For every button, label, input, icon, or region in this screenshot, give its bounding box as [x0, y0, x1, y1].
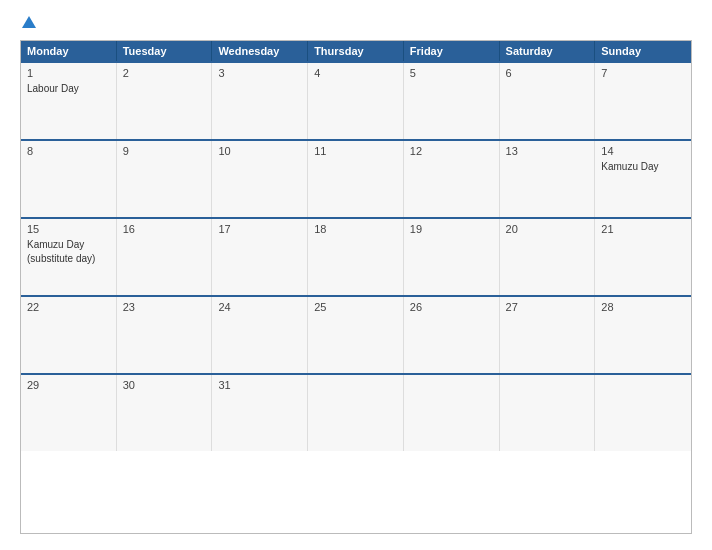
calendar-cell: 11: [308, 141, 404, 217]
col-wednesday: Wednesday: [212, 41, 308, 61]
day-number: 26: [410, 301, 493, 313]
day-number: 20: [506, 223, 589, 235]
day-number: 31: [218, 379, 301, 391]
calendar-week-2: 891011121314Kamuzu Day: [21, 139, 691, 217]
calendar-cell: 25: [308, 297, 404, 373]
col-friday: Friday: [404, 41, 500, 61]
day-number: 3: [218, 67, 301, 79]
col-saturday: Saturday: [500, 41, 596, 61]
calendar-cell: 10: [212, 141, 308, 217]
day-number: 15: [27, 223, 110, 235]
calendar-cell: 5: [404, 63, 500, 139]
day-number: 30: [123, 379, 206, 391]
calendar-cell: 7: [595, 63, 691, 139]
calendar-cell: [308, 375, 404, 451]
day-number: 9: [123, 145, 206, 157]
calendar-cell: 30: [117, 375, 213, 451]
calendar-cell: 23: [117, 297, 213, 373]
day-number: 27: [506, 301, 589, 313]
day-number: 22: [27, 301, 110, 313]
day-number: 16: [123, 223, 206, 235]
calendar-cell: 27: [500, 297, 596, 373]
col-sunday: Sunday: [595, 41, 691, 61]
calendar-cell: 9: [117, 141, 213, 217]
day-number: 7: [601, 67, 685, 79]
calendar-week-3: 15Kamuzu Day (substitute day)16171819202…: [21, 217, 691, 295]
calendar-cell: 3: [212, 63, 308, 139]
calendar-cell: 22: [21, 297, 117, 373]
calendar-cell: [404, 375, 500, 451]
calendar-cell: 26: [404, 297, 500, 373]
calendar-header-row: Monday Tuesday Wednesday Thursday Friday…: [21, 41, 691, 61]
calendar-week-4: 22232425262728: [21, 295, 691, 373]
calendar-cell: 16: [117, 219, 213, 295]
logo: [20, 16, 36, 30]
day-number: 21: [601, 223, 685, 235]
day-number: 4: [314, 67, 397, 79]
day-number: 10: [218, 145, 301, 157]
day-number: 23: [123, 301, 206, 313]
calendar-cell: 29: [21, 375, 117, 451]
day-number: 18: [314, 223, 397, 235]
day-number: 19: [410, 223, 493, 235]
day-number: 17: [218, 223, 301, 235]
day-number: 11: [314, 145, 397, 157]
day-number: 29: [27, 379, 110, 391]
day-number: 6: [506, 67, 589, 79]
day-number: 5: [410, 67, 493, 79]
calendar-week-1: 1Labour Day234567: [21, 61, 691, 139]
day-number: 2: [123, 67, 206, 79]
day-number: 12: [410, 145, 493, 157]
calendar-cell: 8: [21, 141, 117, 217]
holiday-label: Kamuzu Day: [601, 161, 658, 172]
calendar-cell: 14Kamuzu Day: [595, 141, 691, 217]
day-number: 1: [27, 67, 110, 79]
calendar-cell: 1Labour Day: [21, 63, 117, 139]
calendar-cell: 15Kamuzu Day (substitute day): [21, 219, 117, 295]
col-monday: Monday: [21, 41, 117, 61]
header: [20, 16, 692, 30]
day-number: 14: [601, 145, 685, 157]
day-number: 25: [314, 301, 397, 313]
day-number: 24: [218, 301, 301, 313]
calendar-cell: 21: [595, 219, 691, 295]
holiday-label: Kamuzu Day (substitute day): [27, 239, 95, 264]
calendar-cell: 13: [500, 141, 596, 217]
calendar-week-5: 293031: [21, 373, 691, 451]
calendar-body: 1Labour Day234567891011121314Kamuzu Day1…: [21, 61, 691, 451]
logo-triangle-icon: [22, 16, 36, 28]
calendar-cell: 4: [308, 63, 404, 139]
day-number: 13: [506, 145, 589, 157]
calendar: Monday Tuesday Wednesday Thursday Friday…: [20, 40, 692, 534]
calendar-cell: 24: [212, 297, 308, 373]
calendar-cell: 6: [500, 63, 596, 139]
calendar-cell: [500, 375, 596, 451]
col-tuesday: Tuesday: [117, 41, 213, 61]
calendar-cell: 31: [212, 375, 308, 451]
calendar-cell: 17: [212, 219, 308, 295]
day-number: 28: [601, 301, 685, 313]
calendar-cell: 20: [500, 219, 596, 295]
calendar-cell: [595, 375, 691, 451]
holiday-label: Labour Day: [27, 83, 79, 94]
calendar-cell: 19: [404, 219, 500, 295]
calendar-cell: 2: [117, 63, 213, 139]
calendar-cell: 28: [595, 297, 691, 373]
calendar-cell: 12: [404, 141, 500, 217]
col-thursday: Thursday: [308, 41, 404, 61]
day-number: 8: [27, 145, 110, 157]
calendar-cell: 18: [308, 219, 404, 295]
page: Monday Tuesday Wednesday Thursday Friday…: [0, 0, 712, 550]
